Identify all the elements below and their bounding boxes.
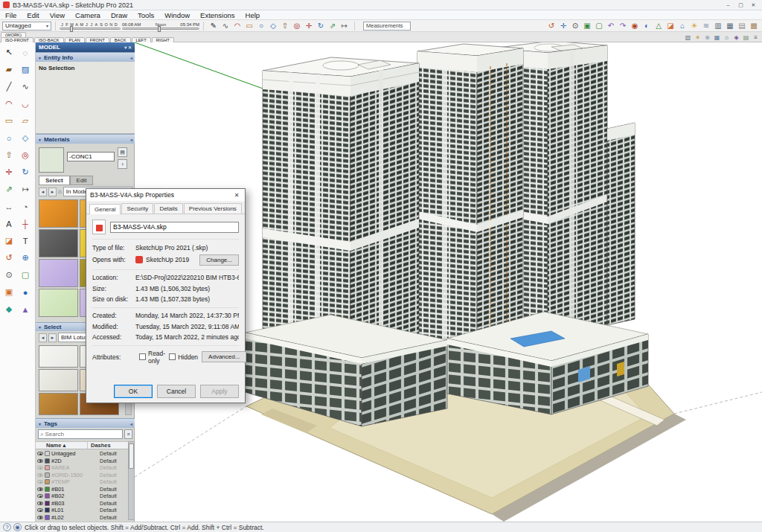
zoom-extents-icon[interactable]: ▢ — [593, 20, 605, 31]
freehand-tool-icon[interactable]: ∿ — [17, 78, 33, 95]
tag-row[interactable]: #GRID-1500Default — [36, 472, 128, 479]
pin-icon[interactable] — [130, 421, 132, 426]
visibility-eye-icon[interactable] — [37, 466, 43, 469]
plugin-tool-4-icon[interactable]: ▲ — [17, 301, 33, 318]
arc-tool-icon[interactable]: ◠ — [231, 20, 243, 31]
menu-window[interactable]: Window — [159, 10, 195, 20]
dialog-tab-general[interactable]: General — [89, 204, 121, 214]
menu-draw[interactable]: Draw — [106, 10, 132, 20]
dialog-tab-previous-versions[interactable]: Previous Versions — [184, 203, 242, 214]
material-orange[interactable] — [39, 199, 78, 228]
tag-color-swatch[interactable] — [45, 458, 50, 464]
arc-tool-icon[interactable]: ◠ — [1, 95, 17, 112]
shadow-date-slider[interactable]: JFMAMJJASOND — [60, 22, 121, 30]
tape-measure-icon[interactable]: ↦ — [339, 20, 350, 31]
tag-row[interactable]: #L02Default — [36, 514, 128, 522]
checkbox-box[interactable] — [139, 353, 146, 360]
line-tool-icon[interactable]: ✎ — [208, 20, 220, 31]
orbit-tool-icon[interactable]: ↺ — [1, 249, 17, 266]
plugin-tool-1-icon[interactable]: ▣ — [1, 283, 17, 301]
advanced-button[interactable]: Advanced... — [202, 351, 246, 362]
measurements-box[interactable]: Measurements — [363, 22, 411, 31]
orbit-icon[interactable]: ↺ — [545, 20, 557, 31]
tag-dashes[interactable]: Default — [100, 464, 128, 471]
plugin-tool-3-icon[interactable]: ◆ — [1, 301, 17, 318]
visibility-eye-icon[interactable] — [37, 480, 43, 484]
offset-tool-icon[interactable]: ◎ — [291, 20, 303, 31]
tag-row[interactable]: #B03Default — [36, 500, 128, 507]
menu-file[interactable]: File — [0, 10, 22, 20]
tag-row[interactable]: #B02Default — [36, 493, 128, 500]
3d-text-icon[interactable]: T — [17, 232, 33, 249]
tag-dashes[interactable]: Default — [100, 450, 128, 457]
back-arrow-button[interactable]: ◂ — [39, 333, 47, 342]
change-button[interactable]: Change... — [199, 254, 239, 266]
select-tool-icon[interactable]: ↖ — [1, 44, 17, 61]
active-tag-dropdown[interactable]: Untagged — [2, 22, 51, 31]
pin-icon[interactable] — [130, 137, 132, 142]
texture-offwhite[interactable] — [39, 369, 78, 391]
minimize-button[interactable]: – — [723, 1, 734, 9]
tags-header[interactable]: Tags — [36, 418, 135, 428]
visibility-eye-icon[interactable] — [37, 473, 43, 477]
rotate-tool-icon[interactable]: ↻ — [17, 164, 33, 181]
menu-more-icon[interactable]: ≡ — [751, 32, 761, 43]
tag-dashes[interactable]: Default — [100, 486, 128, 493]
protractor-tool-icon[interactable]: ◔ — [17, 198, 33, 215]
tag-color-swatch[interactable] — [45, 501, 50, 506]
fog-icon[interactable]: ≋ — [700, 20, 712, 31]
scene-tab[interactable]: ISO-BACK — [34, 37, 64, 42]
lasso-tool-icon[interactable]: ◌ — [17, 44, 33, 61]
tag-search-box[interactable] — [38, 429, 123, 439]
geolocation-icon[interactable]: ◉ — [13, 523, 22, 531]
scene-tab[interactable]: LEFT — [132, 37, 151, 42]
plugin-tool-2-icon[interactable]: ● — [17, 283, 33, 301]
ok-button[interactable]: OK — [114, 385, 153, 398]
visibility-eye-icon[interactable] — [37, 487, 43, 491]
texture-white-1[interactable] — [39, 345, 78, 368]
polygon-tool-icon[interactable]: ◇ — [267, 20, 279, 31]
materials-header[interactable]: Materials — [36, 134, 135, 144]
polygon-tool-icon[interactable]: ◇ — [17, 129, 33, 147]
tag-row[interactable]: #TEMPDefault — [36, 478, 128, 486]
tag-dashes[interactable]: Default — [100, 458, 128, 464]
menu-view[interactable]: View — [45, 10, 70, 20]
tray-header[interactable]: MODEL ▾ ✕ — [36, 42, 135, 52]
material-name-input[interactable] — [67, 152, 115, 161]
zoom-extents-icon[interactable]: ▢ — [17, 266, 33, 283]
zoom-icon[interactable]: ⊙ — [569, 20, 581, 31]
cancel-button[interactable]: Cancel — [157, 385, 196, 398]
tag-row[interactable]: #2DDefault — [36, 458, 128, 465]
menu-edit[interactable]: Edit — [22, 10, 44, 20]
rotated-rectangle-icon[interactable]: ▱ — [17, 112, 33, 129]
wireframe-icon[interactable]: ▦ — [724, 20, 736, 31]
pan-icon[interactable]: ✛ — [557, 20, 569, 31]
tab-select[interactable]: Select — [39, 176, 70, 185]
rectangle-tool-icon[interactable]: ▭ — [243, 20, 255, 31]
pushpull-tool-icon[interactable]: ⇧ — [279, 20, 291, 31]
tag-dashes[interactable]: Default — [100, 478, 128, 485]
fog-toggle-icon[interactable]: ≋ — [702, 32, 712, 43]
tag-color-swatch[interactable] — [45, 507, 50, 513]
date-slider-track[interactable] — [60, 28, 121, 30]
dimension-tool-icon[interactable]: ↔ — [1, 198, 17, 215]
shadows-icon[interactable]: ☀ — [688, 20, 700, 31]
filename-input[interactable] — [110, 222, 239, 233]
tag-dashes[interactable]: Default — [100, 507, 128, 513]
iso-view-icon[interactable]: ⌂ — [676, 20, 688, 31]
tag-color-swatch[interactable] — [45, 465, 50, 470]
visibility-eye-icon[interactable] — [37, 494, 43, 498]
time-slider-thumb[interactable] — [158, 26, 161, 32]
dialog-tab-details[interactable]: Details — [154, 203, 182, 214]
scale-tool-icon[interactable]: ⇗ — [327, 20, 339, 31]
line-tool-icon[interactable]: ╱ — [1, 78, 17, 95]
visibility-eye-icon[interactable] — [37, 452, 43, 455]
tag-color-swatch[interactable] — [45, 472, 50, 478]
close-button[interactable]: ✕ — [748, 1, 759, 9]
scene-tab[interactable]: PLAN — [65, 37, 85, 42]
position-camera-icon[interactable]: ◉ — [629, 20, 641, 31]
tape-measure-icon[interactable]: ↦ — [17, 181, 33, 198]
visibility-eye-icon[interactable] — [37, 508, 43, 512]
walk-icon[interactable]: △ — [653, 20, 665, 31]
eraser-tool-icon[interactable]: ▰ — [1, 61, 17, 78]
